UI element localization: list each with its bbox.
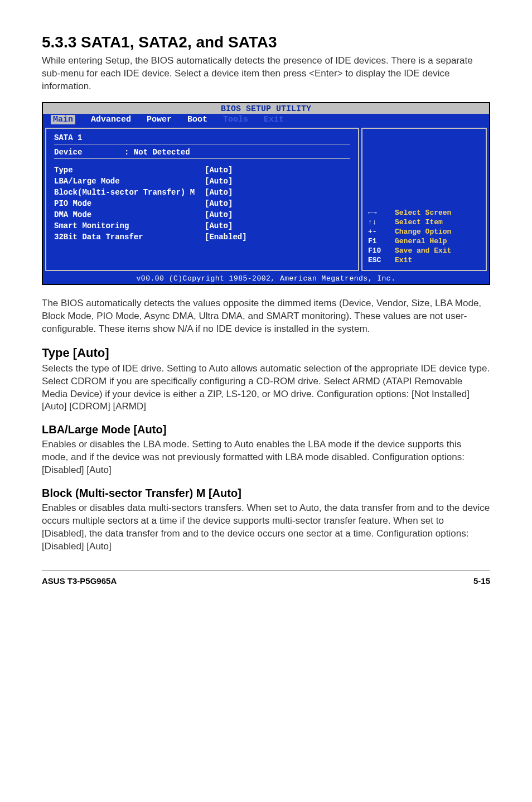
bios-help-key: F1 xyxy=(368,237,395,245)
bios-option-block[interactable]: Block(Multi-sector Transfer) M [Auto] xyxy=(54,188,350,197)
bios-menu-advanced[interactable]: Advanced xyxy=(91,115,131,124)
bios-menu-boot[interactable]: Boot xyxy=(187,115,207,124)
bios-help-key: +- xyxy=(368,228,395,236)
bios-device-value: : Not Detected xyxy=(124,148,190,157)
type-paragraph: Selects the type of IDE drive. Setting t… xyxy=(42,363,490,414)
bios-option-value: [Auto] xyxy=(205,166,233,175)
bios-option-value: [Auto] xyxy=(205,221,233,230)
bios-menu-main[interactable]: Main xyxy=(51,115,75,124)
bios-help-key: F10 xyxy=(368,247,395,255)
bios-device-row: Device : Not Detected xyxy=(54,148,350,159)
section-heading: 5.3.3 SATA1, SATA2, and SATA3 xyxy=(42,33,490,51)
bios-help-desc: Exit xyxy=(395,256,412,264)
bios-option-smart[interactable]: Smart Monitoring [Auto] xyxy=(54,221,350,230)
bios-help-row: F10 Save and Exit xyxy=(368,247,480,255)
auto-detect-paragraph: The BIOS automatically detects the value… xyxy=(42,297,490,336)
bios-option-label: PIO Mode xyxy=(54,199,205,208)
bios-help-row: ←→ Select Screen xyxy=(368,209,480,217)
type-heading: Type [Auto] xyxy=(42,346,490,360)
bios-help-row: F1 General Help xyxy=(368,237,480,245)
bios-option-value: [Auto] xyxy=(205,210,233,219)
bios-title: BIOS SETUP UTILITY xyxy=(43,103,489,114)
bios-option-label: LBA/Large Mode xyxy=(54,177,205,186)
bios-device-label: Device xyxy=(54,148,82,157)
footer-product: ASUS T3-P5G965A xyxy=(42,576,117,586)
bios-help-desc: Select Item xyxy=(395,218,443,226)
footer-page: 5-15 xyxy=(473,576,490,586)
bios-option-dma[interactable]: DMA Mode [Auto] xyxy=(54,210,350,219)
page-footer: ASUS T3-P5G965A 5-15 xyxy=(42,570,490,586)
bios-option-label: DMA Mode xyxy=(54,210,205,219)
bios-option-value: [Enabled] xyxy=(205,233,247,241)
block-heading: Block (Multi-sector Transfer) M [Auto] xyxy=(42,487,490,500)
bios-option-pio[interactable]: PIO Mode [Auto] xyxy=(54,199,350,208)
bios-option-label: Block(Multi-sector Transfer) M xyxy=(54,188,205,197)
bios-help-desc: General Help xyxy=(395,237,447,245)
bios-sata-header: SATA 1 xyxy=(54,133,350,144)
bios-help-key: ↑↓ xyxy=(368,218,395,226)
bios-right-panel: ←→ Select Screen ↑↓ Select Item +- Chang… xyxy=(361,128,487,271)
bios-footer: v00.00 (C)Copyright 1985-2002, American … xyxy=(43,273,489,284)
page-content: 5.3.3 SATA1, SATA2, and SATA3 While ente… xyxy=(0,0,532,608)
bios-help-desc: Select Screen xyxy=(395,209,451,217)
bios-left-panel: SATA 1 Device : Not Detected Type [Auto]… xyxy=(45,128,359,271)
bios-body: SATA 1 Device : Not Detected Type [Auto]… xyxy=(43,125,489,273)
lba-paragraph: Enables or disables the LBA mode. Settin… xyxy=(42,438,490,477)
bios-option-label: 32Bit Data Transfer xyxy=(54,233,205,241)
bios-option-lba[interactable]: LBA/Large Mode [Auto] xyxy=(54,177,350,186)
bios-option-32bit[interactable]: 32Bit Data Transfer [Enabled] xyxy=(54,233,350,241)
bios-menu-power[interactable]: Power xyxy=(147,115,172,124)
bios-option-label: Smart Monitoring xyxy=(54,221,205,230)
bios-option-label: Type xyxy=(54,166,205,175)
bios-option-value: [Auto] xyxy=(205,199,233,208)
bios-help-key: ←→ xyxy=(368,209,395,217)
bios-menu-bar: Main Advanced Power Boot Tools Exit xyxy=(43,114,489,125)
bios-help-row: ESC Exit xyxy=(368,256,480,264)
bios-help-desc: Save and Exit xyxy=(395,247,451,255)
lba-heading: LBA/Large Mode [Auto] xyxy=(42,423,490,436)
bios-menu-tools[interactable]: Tools xyxy=(223,115,248,124)
bios-help-row: ↑↓ Select Item xyxy=(368,218,480,226)
bios-option-value: [Auto] xyxy=(205,177,233,186)
block-paragraph: Enables or disables data multi-sectors t… xyxy=(42,502,490,553)
bios-menu-exit[interactable]: Exit xyxy=(264,115,284,124)
bios-screenshot: BIOS SETUP UTILITY Main Advanced Power B… xyxy=(42,102,490,285)
bios-help-desc: Change Option xyxy=(395,228,451,236)
bios-help-spacer xyxy=(368,133,480,209)
bios-help-key: ESC xyxy=(368,256,395,264)
bios-option-value: [Auto] xyxy=(205,188,233,197)
bios-option-type[interactable]: Type [Auto] xyxy=(54,166,350,175)
section-intro: While entering Setup, the BIOS automatic… xyxy=(42,55,490,93)
bios-help-row: +- Change Option xyxy=(368,228,480,236)
